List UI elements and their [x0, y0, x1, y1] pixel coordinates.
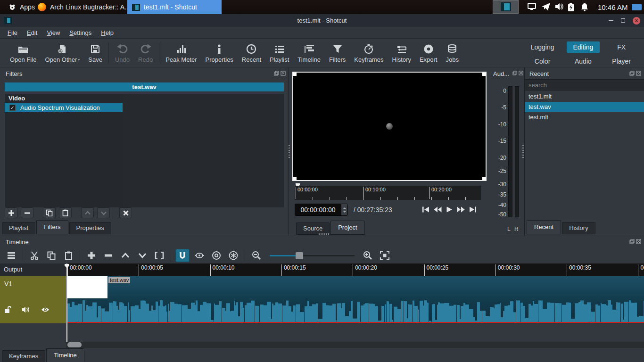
- display-tray-icon[interactable]: [527, 2, 537, 11]
- zoom-in-button[interactable]: [361, 249, 375, 262]
- export-button[interactable]: Export: [420, 43, 438, 63]
- layout-fx-button[interactable]: FX: [605, 41, 637, 53]
- notifications-bell-icon[interactable]: [580, 2, 589, 12]
- split-button[interactable]: [152, 249, 166, 262]
- recent-close-icon[interactable]: [636, 71, 641, 76]
- filters-button[interactable]: Filters: [329, 43, 346, 63]
- recent-float-icon[interactable]: [629, 71, 635, 76]
- layout-color-button[interactable]: Color: [524, 56, 561, 67]
- layout-logging-button[interactable]: Logging: [524, 41, 561, 53]
- clock[interactable]: 10:46 AM: [593, 0, 632, 14]
- snap-toggle-button[interactable]: [175, 249, 190, 262]
- lock-track-icon[interactable]: [4, 305, 11, 313]
- zoom-out-button[interactable]: [249, 249, 264, 262]
- tab-history[interactable]: History: [562, 222, 595, 234]
- open-file-button[interactable]: Open File: [10, 43, 36, 63]
- menu-settings[interactable]: Settings: [65, 28, 96, 38]
- timeline-ruler[interactable]: 00:00:0000:00:0500:00:1000:00:1500:00:20…: [66, 263, 644, 276]
- tab-timeline[interactable]: Timeline: [46, 348, 84, 362]
- vui-corner-handle[interactable]: [482, 177, 486, 180]
- panel-splitter[interactable]: [289, 145, 290, 159]
- deselect-filter-button[interactable]: [119, 207, 132, 218]
- recent-button[interactable]: Recent: [242, 43, 261, 63]
- window-titlebar[interactable]: test1.mlt - Shotcut ×: [0, 14, 644, 27]
- ripple-all-tracks-button[interactable]: [226, 249, 240, 262]
- fast-forward-button[interactable]: [457, 206, 465, 213]
- track-v1-header[interactable]: V1: [0, 276, 66, 323]
- filters-close-icon[interactable]: [281, 71, 286, 76]
- player-resize-handle[interactable]: [319, 233, 329, 235]
- paste-filters-button[interactable]: [59, 207, 72, 218]
- video-preview[interactable]: [292, 72, 487, 181]
- remove-filter-button[interactable]: [21, 207, 33, 218]
- meter-float-icon[interactable]: [512, 71, 517, 75]
- taskbar-firefox-window[interactable]: Arch Linux Bugtracker:: A...: [33, 0, 135, 14]
- recent-item-test1-mlt[interactable]: test1.mlt: [525, 91, 644, 102]
- timeline-scrollbar[interactable]: [66, 342, 644, 348]
- telegram-tray-icon[interactable]: [541, 2, 551, 11]
- redo-button[interactable]: Redo: [138, 43, 153, 63]
- skip-to-start-button[interactable]: [422, 206, 429, 213]
- layout-audio-button[interactable]: Audio: [567, 56, 600, 67]
- history-button[interactable]: History: [392, 43, 411, 63]
- spin-down-icon[interactable]: [343, 211, 347, 213]
- filter-enabled-checkbox[interactable]: ✓: [9, 105, 16, 111]
- filter-row-audio-spectrum[interactable]: ✓ Audio Spectrum Visualization: [5, 103, 123, 112]
- open-other-button[interactable]: Open Other▾: [45, 43, 80, 63]
- play-button[interactable]: [446, 206, 453, 213]
- timeline-float-icon[interactable]: [629, 239, 635, 244]
- tab-recent[interactable]: Recent: [527, 220, 561, 234]
- menu-help[interactable]: Help: [96, 28, 118, 38]
- peak-meter-button[interactable]: Peak Meter: [165, 43, 197, 63]
- battery-tray-icon[interactable]: [568, 2, 574, 12]
- save-button[interactable]: Save: [88, 43, 102, 63]
- properties-button[interactable]: Properties: [206, 43, 233, 63]
- ripple-toggle-button[interactable]: [209, 249, 223, 262]
- timeline-menu-button[interactable]: [4, 249, 18, 262]
- copy-button[interactable]: [44, 249, 58, 262]
- tab-keyframes[interactable]: Keyframes: [2, 350, 45, 362]
- timeline-button[interactable]: Timeline: [297, 43, 321, 63]
- menu-edit[interactable]: Edit: [22, 28, 42, 38]
- zoom-fit-button[interactable]: [378, 249, 392, 262]
- minimize-button[interactable]: [609, 20, 613, 21]
- recent-search-input[interactable]: [525, 79, 644, 90]
- tray-shotcut-icon[interactable]: [493, 0, 519, 14]
- append-button[interactable]: [84, 249, 99, 262]
- timecode-spin-buttons[interactable]: [341, 204, 347, 215]
- skip-to-end-button[interactable]: [469, 206, 477, 213]
- timecode-input[interactable]: [295, 204, 341, 215]
- recent-item-test-mlt[interactable]: test.mlt: [525, 112, 644, 123]
- tab-filters[interactable]: Filters: [36, 220, 68, 234]
- cut-button[interactable]: [27, 249, 41, 262]
- vui-center-handle[interactable]: [386, 123, 393, 130]
- slider-handle[interactable]: [296, 252, 303, 259]
- timeline-close-icon[interactable]: [636, 239, 641, 244]
- panel-splitter[interactable]: [522, 145, 524, 159]
- keyframes-button[interactable]: Keyframes: [354, 43, 383, 63]
- tab-playlist[interactable]: Playlist: [2, 222, 35, 234]
- meter-close-icon[interactable]: [519, 71, 523, 75]
- copy-filters-button[interactable]: [43, 207, 56, 218]
- overwrite-button[interactable]: [135, 249, 149, 262]
- timeline-playhead[interactable]: [66, 263, 67, 343]
- vui-corner-handle[interactable]: [482, 73, 486, 76]
- spin-up-icon[interactable]: [343, 207, 347, 209]
- layout-editing-button[interactable]: Editing: [567, 41, 600, 53]
- volume-tray-icon[interactable]: [554, 2, 564, 11]
- layout-player-button[interactable]: Player: [605, 56, 637, 67]
- vui-corner-handle[interactable]: [293, 73, 297, 76]
- ripple-delete-button[interactable]: [101, 249, 116, 262]
- timeline-scrollbar-thumb[interactable]: [67, 342, 82, 347]
- move-filter-down-button[interactable]: [97, 207, 110, 218]
- menu-file[interactable]: File: [3, 28, 22, 38]
- playlist-button[interactable]: Playlist: [270, 43, 289, 63]
- rewind-button[interactable]: [434, 206, 442, 213]
- timeline-clip-test-wav[interactable]: test.wav: [67, 276, 644, 323]
- vui-corner-handle[interactable]: [293, 177, 297, 180]
- maximize-button[interactable]: [621, 18, 625, 23]
- show-desktop-button[interactable]: [632, 4, 642, 10]
- filters-float-icon[interactable]: [274, 71, 279, 76]
- tab-properties[interactable]: Properties: [69, 222, 111, 234]
- scrub-while-dragging-button[interactable]: [192, 249, 206, 262]
